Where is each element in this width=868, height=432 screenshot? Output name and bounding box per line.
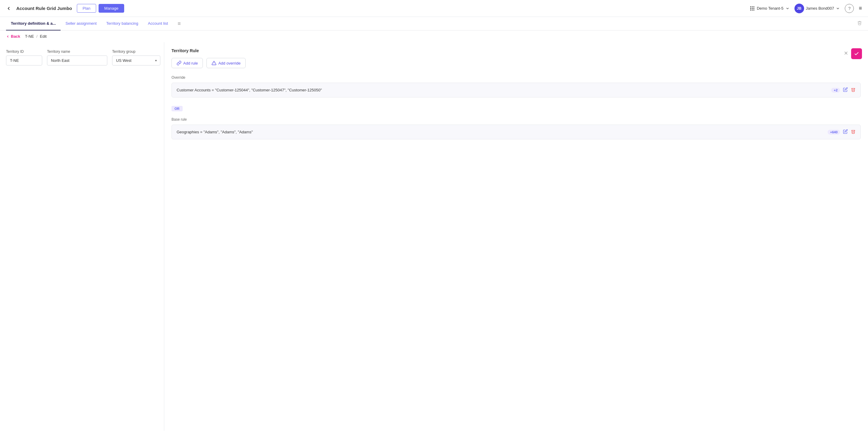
override-delete-button[interactable] bbox=[851, 87, 856, 93]
delete-tab-button[interactable] bbox=[857, 21, 862, 27]
user-chevron-down-icon bbox=[836, 6, 840, 10]
base-rule-card-actions bbox=[843, 129, 856, 135]
warning-icon bbox=[212, 61, 216, 65]
territory-id-group: Territory ID bbox=[6, 50, 42, 65]
breadcrumb-tne: T-NE bbox=[25, 34, 34, 39]
svg-rect-5 bbox=[753, 8, 754, 9]
tab-territory-definition[interactable]: Territory definition & a... bbox=[6, 17, 61, 30]
top-right-area: Demo Tenant-5 JB James Bond007 ? ≡ bbox=[749, 4, 862, 13]
hamburger-menu-button[interactable]: ≡ bbox=[859, 5, 862, 11]
or-badge: OR bbox=[172, 106, 183, 111]
close-icon bbox=[843, 50, 849, 56]
manage-button[interactable]: Manage bbox=[98, 4, 124, 13]
override-section: Override Customer Accounts = "Customer-1… bbox=[172, 76, 861, 97]
tab-nav: Territory definition & a... Seller assig… bbox=[0, 17, 868, 30]
svg-rect-6 bbox=[750, 9, 751, 10]
tab-territory-balancing[interactable]: Territory balancing bbox=[101, 17, 143, 30]
tab-separator: ≡ bbox=[178, 21, 181, 27]
checkmark-icon bbox=[854, 51, 859, 56]
svg-rect-2 bbox=[753, 6, 754, 7]
rule-actions: Add rule Add override bbox=[172, 58, 861, 68]
plan-button[interactable]: Plan bbox=[77, 4, 96, 13]
svg-rect-4 bbox=[752, 8, 752, 9]
base-rule-edit-icon bbox=[843, 129, 848, 134]
field-row: Territory ID Territory name Territory gr… bbox=[6, 50, 158, 65]
territory-rule-title: Territory Rule bbox=[172, 48, 861, 53]
app-title: Account Rule Grid Jumbo bbox=[16, 6, 72, 11]
base-rule-text: Geographies = "Adams", "Adams", "Adams" bbox=[177, 130, 825, 134]
override-rule-card: Customer Accounts = "Customer-125044", "… bbox=[172, 83, 861, 97]
svg-rect-7 bbox=[752, 9, 752, 10]
user-selector[interactable]: JB James Bond007 bbox=[795, 4, 840, 13]
svg-rect-0 bbox=[750, 6, 751, 7]
panel-actions bbox=[843, 48, 862, 59]
left-panel: Territory ID Territory name Territory gr… bbox=[0, 42, 164, 431]
tab-account-list[interactable]: Account list bbox=[143, 17, 173, 30]
grid-icon bbox=[749, 6, 755, 11]
add-rule-button[interactable]: Add rule bbox=[172, 58, 203, 68]
top-nav: Account Rule Grid Jumbo Plan Manage Demo… bbox=[0, 0, 868, 17]
territory-id-label: Territory ID bbox=[6, 50, 42, 54]
tenant-name: Demo Tenant-5 bbox=[757, 6, 784, 10]
avatar: JB bbox=[795, 4, 804, 13]
territory-name-input[interactable] bbox=[47, 56, 107, 65]
breadcrumb-back-button[interactable]: Back bbox=[6, 34, 20, 39]
delete-icon bbox=[851, 87, 856, 92]
tenant-selector[interactable]: Demo Tenant-5 bbox=[749, 6, 789, 11]
base-rule-delete-button[interactable] bbox=[851, 129, 856, 135]
base-rule-badge[interactable]: +640 bbox=[828, 130, 840, 135]
confirm-button[interactable] bbox=[851, 48, 862, 59]
override-badge[interactable]: +2 bbox=[831, 88, 840, 93]
svg-rect-8 bbox=[753, 9, 754, 10]
territory-group-label: Territory group bbox=[112, 50, 160, 54]
chevron-down-icon bbox=[785, 6, 789, 10]
breadcrumb-edit: Edit bbox=[40, 34, 46, 39]
territory-group-select-wrapper: US West US East US Central bbox=[112, 56, 160, 65]
back-arrow-button[interactable] bbox=[6, 6, 11, 11]
svg-rect-3 bbox=[750, 8, 751, 9]
territory-name-label: Territory name bbox=[47, 50, 107, 54]
breadcrumb: Back T-NE / Edit bbox=[0, 30, 868, 42]
close-panel-button[interactable] bbox=[843, 48, 849, 59]
base-rule-card: Geographies = "Adams", "Adams", "Adams" … bbox=[172, 124, 861, 139]
main-content: Territory ID Territory name Territory gr… bbox=[0, 42, 868, 431]
override-label: Override bbox=[172, 76, 861, 80]
or-section: OR bbox=[172, 104, 861, 114]
territory-group-select[interactable]: US West US East US Central bbox=[112, 56, 160, 65]
territory-id-input[interactable] bbox=[6, 56, 42, 65]
base-rule-label: Base rule bbox=[172, 117, 861, 122]
breadcrumb-slash: / bbox=[36, 34, 38, 39]
add-override-button[interactable]: Add override bbox=[207, 58, 246, 68]
base-rule-edit-button[interactable] bbox=[843, 129, 848, 135]
right-panel: Territory Rule Add rule Add override Ove… bbox=[164, 42, 868, 431]
svg-rect-1 bbox=[752, 6, 752, 7]
edit-icon bbox=[843, 87, 848, 92]
help-button[interactable]: ? bbox=[845, 4, 854, 13]
user-name: James Bond007 bbox=[806, 6, 834, 10]
territory-name-group: Territory name bbox=[47, 50, 107, 65]
tab-seller-assignment[interactable]: Seller assignment bbox=[61, 17, 101, 30]
base-rule-delete-icon bbox=[851, 129, 856, 134]
override-card-actions bbox=[843, 87, 856, 93]
base-rule-section: Base rule Geographies = "Adams", "Adams"… bbox=[172, 117, 861, 139]
override-rule-text: Customer Accounts = "Customer-125044", "… bbox=[177, 88, 828, 92]
link-icon bbox=[177, 61, 181, 65]
override-edit-button[interactable] bbox=[843, 87, 848, 93]
territory-group-group: Territory group US West US East US Centr… bbox=[112, 50, 160, 65]
